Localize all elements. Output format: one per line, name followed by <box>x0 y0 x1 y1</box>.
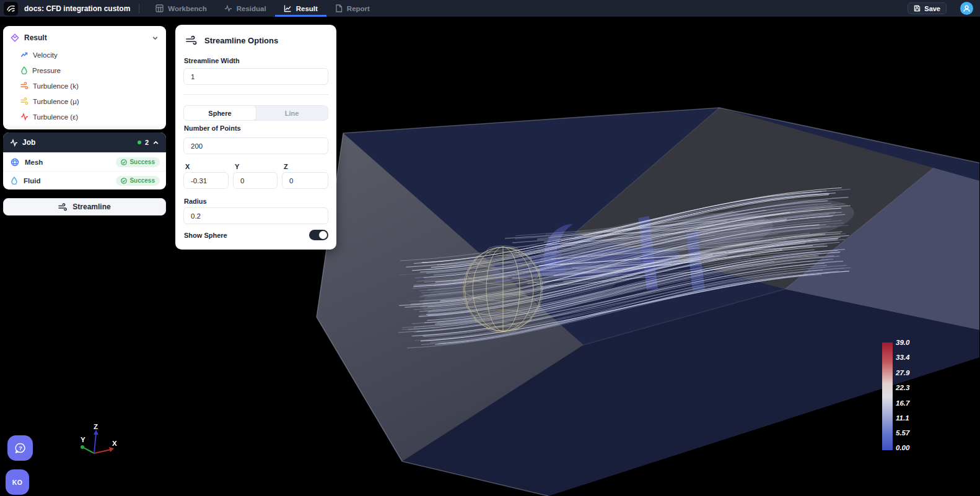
chevron-up-icon[interactable] <box>152 139 159 146</box>
help-button[interactable]: ? <box>7 435 33 461</box>
top-bar: docs: CFD integration custom Workbench R… <box>0 0 980 17</box>
x-label: X <box>185 163 190 170</box>
result-gem-icon <box>11 33 19 42</box>
wind-icon <box>58 203 68 211</box>
check-circle-icon <box>121 178 127 184</box>
streamline-button[interactable]: Streamline <box>3 198 166 215</box>
divider <box>183 94 328 95</box>
droplet-icon <box>11 176 18 185</box>
pulse-icon <box>20 113 28 121</box>
tab-report[interactable]: Report <box>326 0 378 17</box>
radius-input[interactable] <box>183 207 328 224</box>
colorbar-tick: 11.1 <box>896 414 909 422</box>
job-status-dot <box>138 141 141 144</box>
job-panel-header[interactable]: Job 2 <box>3 133 166 152</box>
tab-label: Report <box>347 5 370 12</box>
z-input[interactable] <box>282 172 328 189</box>
streamline-options-panel: Streamline Options Streamline Width Sphe… <box>175 25 336 250</box>
toggle-knob <box>319 231 327 239</box>
colorbar-tick: 22.3 <box>895 384 910 391</box>
job-panel: Job 2 Mesh Success <box>3 133 166 189</box>
streamline-width-input[interactable] <box>183 68 328 85</box>
options-panel-title: Streamline Options <box>204 36 278 45</box>
tab-residual[interactable]: Residual <box>216 0 275 17</box>
y-label: Y <box>235 163 239 170</box>
user-icon <box>963 4 971 12</box>
z-label: Z <box>284 163 288 170</box>
result-item-label: Turbulence (ε) <box>33 113 78 121</box>
number-of-points-label: Number of Points <box>184 124 241 132</box>
job-row-mesh[interactable]: Mesh Success <box>3 152 166 171</box>
tab-label: Result <box>296 5 318 12</box>
save-button[interactable]: Save <box>908 2 947 14</box>
job-panel-title: Job <box>22 138 35 147</box>
tab-workbench[interactable]: Workbench <box>147 0 215 17</box>
axis-z-label: Z <box>94 423 98 430</box>
status-text: Success <box>129 177 155 184</box>
colorbar-tick: 0.00 <box>896 444 910 451</box>
trending-up-icon <box>20 51 28 59</box>
wind-icon <box>20 97 28 105</box>
job-row-fluid[interactable]: Fluid Success <box>3 171 166 189</box>
seed-type-sphere[interactable]: Sphere <box>183 105 256 121</box>
result-panel-header[interactable]: Result <box>3 28 166 47</box>
result-item-label: Pressure <box>32 67 61 74</box>
result-item-label: Turbulence (μ) <box>33 98 79 105</box>
y-input[interactable] <box>233 172 278 189</box>
mesh-globe-icon <box>11 158 19 167</box>
result-item-turbulence-mu[interactable]: Turbulence (μ) <box>3 94 166 109</box>
axis-x-label: X <box>112 440 117 447</box>
user-initials: KO <box>12 479 23 486</box>
streamline-width-label: Streamline Width <box>184 57 240 64</box>
chart-icon <box>284 4 292 12</box>
app-window: 39.0 33.4 27.9 22.3 16.7 11.1 5.57 0.00 … <box>0 0 980 496</box>
seed-type-segmented-control: Sphere Line <box>183 105 328 121</box>
status-badge: Success <box>116 157 160 167</box>
project-title: docs: CFD integration custom <box>24 4 130 13</box>
colorbar-tick: 33.4 <box>896 354 910 361</box>
result-panel: Result Velocity Pressure Turbulence (k) <box>3 26 166 129</box>
result-item-turbulence-eps[interactable]: Turbulence (ε) <box>3 109 166 124</box>
app-logo-icon[interactable] <box>4 2 18 15</box>
colorbar-tick: 39.0 <box>896 339 910 346</box>
show-sphere-toggle[interactable] <box>309 230 328 240</box>
save-label: Save <box>924 5 940 12</box>
check-circle-icon <box>121 159 127 165</box>
svg-text:?: ? <box>19 445 22 451</box>
file-icon <box>335 4 343 12</box>
tab-result[interactable]: Result <box>275 0 326 17</box>
user-initials-button[interactable]: KO <box>6 469 29 495</box>
activity-icon <box>224 4 232 12</box>
result-item-turbulence-k[interactable]: Turbulence (k) <box>3 78 166 94</box>
seed-sphere <box>463 246 543 333</box>
wind-icon <box>20 82 28 90</box>
result-item-label: Velocity <box>33 51 58 59</box>
job-count: 2 <box>145 139 149 146</box>
show-sphere-label: Show Sphere <box>184 232 227 239</box>
tab-label: Workbench <box>168 5 206 12</box>
x-input[interactable] <box>183 172 229 189</box>
chevron-down-icon[interactable] <box>152 35 159 41</box>
user-avatar[interactable] <box>960 2 973 15</box>
save-icon <box>914 5 921 12</box>
axis-triad: X Y Z <box>81 423 117 453</box>
wind-icon <box>186 35 198 45</box>
pulse-icon <box>10 139 18 147</box>
result-item-pressure[interactable]: Pressure <box>3 63 166 78</box>
grid-icon <box>155 4 164 12</box>
axis-y-label: Y <box>81 436 85 443</box>
result-item-label: Turbulence (k) <box>33 82 79 90</box>
number-of-points-input[interactable] <box>183 137 328 154</box>
colorbar-tick: 27.9 <box>895 369 910 376</box>
help-chat-icon: ? <box>14 442 27 455</box>
colorbar-tick: 16.7 <box>896 399 910 407</box>
streamline-button-label: Streamline <box>72 202 110 211</box>
tab-label: Residual <box>237 5 266 12</box>
result-item-velocity[interactable]: Velocity <box>3 47 166 63</box>
nav-tabs: Workbench Residual Result Report <box>147 0 378 17</box>
seed-type-line[interactable]: Line <box>256 106 328 120</box>
droplet-icon <box>20 66 28 74</box>
result-panel-title: Result <box>24 33 47 42</box>
colorbar-tick: 5.57 <box>896 429 910 437</box>
colorbar: 39.0 33.4 27.9 22.3 16.7 11.1 5.57 0.00 <box>882 339 910 451</box>
